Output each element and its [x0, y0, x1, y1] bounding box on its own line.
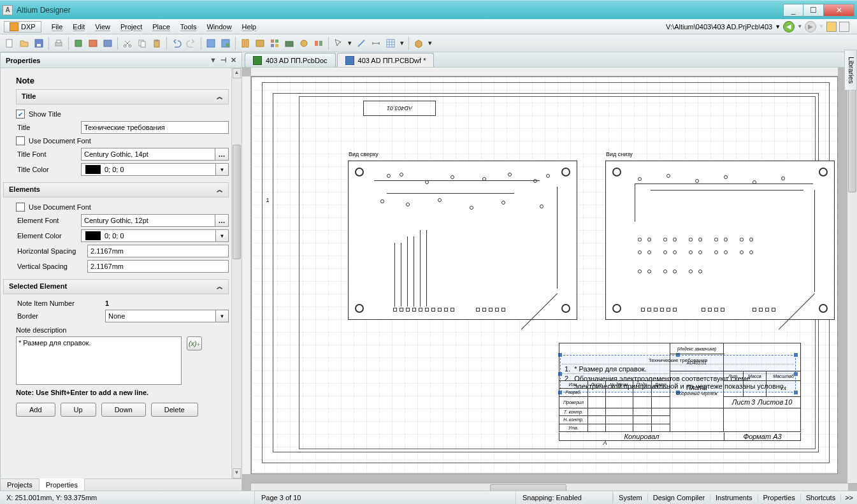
section-elements-header[interactable]: Elements︽: [3, 182, 229, 198]
el-font-button[interactable]: …: [215, 214, 229, 227]
panel-header[interactable]: Properties ▼ ⊣ ✕: [1, 53, 241, 68]
tb-g-icon[interactable]: [297, 36, 311, 50]
open-icon[interactable]: [17, 36, 31, 50]
print-icon[interactable]: [52, 36, 66, 50]
section-title-header[interactable]: Title︽: [16, 89, 229, 104]
delete-button[interactable]: Delete: [151, 403, 198, 417]
tb-d-icon[interactable]: [253, 36, 267, 50]
tb-f-icon[interactable]: [282, 36, 296, 50]
down-button[interactable]: Down: [101, 403, 146, 417]
box-dd-icon[interactable]: ▾: [426, 36, 434, 50]
app-icon: A: [3, 5, 13, 15]
hspacing-input[interactable]: [87, 245, 229, 257]
menu-window[interactable]: Window: [201, 21, 236, 32]
tb-box-icon[interactable]: [412, 36, 426, 50]
cursor-dd-icon[interactable]: ▾: [346, 36, 354, 50]
title-color-dd[interactable]: ▼: [216, 163, 229, 176]
sb-more[interactable]: >>: [840, 494, 857, 501]
title-color-label: Title Color: [16, 166, 81, 173]
libraries-side-tab[interactable]: Libraries: [844, 50, 857, 90]
svg-rect-0: [6, 40, 12, 47]
doc-tab-pcbdoc[interactable]: 403 AD ПП.PcbDoc: [245, 53, 336, 67]
show-title-checkbox[interactable]: ✔: [16, 110, 25, 119]
top-code-box: AD403.01: [363, 101, 436, 116]
project-path[interactable]: V:\Altium\0403\403 AD.PrjPcb\403: [666, 23, 772, 31]
sb-properties[interactable]: Properties: [758, 494, 800, 501]
favorites-icon[interactable]: [839, 22, 849, 32]
svg-rect-18: [256, 40, 264, 47]
panel-scrollbar[interactable]: ▲ ▼: [231, 68, 241, 479]
expression-button[interactable]: (x)+: [187, 336, 202, 350]
tb-dim-icon[interactable]: [369, 36, 383, 50]
tb-e-icon[interactable]: [268, 36, 282, 50]
desc-textarea[interactable]: [16, 336, 182, 385]
cut-icon[interactable]: [120, 36, 134, 50]
panel-close-icon[interactable]: ✕: [231, 56, 236, 64]
undo-icon[interactable]: [169, 36, 184, 50]
menu-place[interactable]: Place: [147, 21, 175, 32]
dxp-menu[interactable]: DXP: [4, 21, 41, 32]
v-scrollbar[interactable]: [847, 76, 857, 483]
drawing-canvas[interactable]: AD403.01 Вид сверху: [242, 68, 857, 493]
book2-icon[interactable]: [86, 36, 100, 50]
menu-help[interactable]: Help: [237, 21, 262, 32]
tb-grid-icon[interactable]: [384, 36, 398, 50]
menu-tools[interactable]: Tools: [175, 21, 202, 32]
svg-rect-6: [104, 40, 112, 47]
maximize-button[interactable]: ☐: [803, 4, 824, 17]
nav-back-button[interactable]: ◀: [783, 21, 795, 32]
close-button[interactable]: ✕: [824, 4, 854, 17]
svg-rect-17: [246, 40, 248, 47]
nav-fwd-button[interactable]: ▶: [805, 21, 816, 32]
border-value[interactable]: None: [105, 310, 216, 322]
sb-design-compiler[interactable]: Design Compiler: [647, 494, 710, 501]
paste-icon[interactable]: [150, 36, 164, 50]
book1-icon[interactable]: [71, 36, 85, 50]
menu-view[interactable]: View: [90, 21, 115, 32]
title-input[interactable]: [81, 121, 229, 134]
title-usedocfont-checkbox[interactable]: [16, 136, 25, 145]
home-icon[interactable]: [826, 22, 837, 32]
section-selected-header[interactable]: Selected Element︽: [3, 279, 229, 294]
sb-system[interactable]: System: [613, 494, 647, 501]
title-font-value: Century Gothic, 14pt: [81, 148, 215, 161]
tb-b-icon[interactable]: [219, 36, 233, 50]
add-button[interactable]: Add: [16, 403, 55, 417]
svg-rect-4: [57, 40, 61, 43]
title-color-value: 0; 0; 0: [81, 163, 216, 176]
border-dd[interactable]: ▼: [216, 310, 229, 322]
el-usedocfont-label: Use Document Font: [29, 203, 91, 211]
panel-scroll-thumb[interactable]: [233, 145, 241, 259]
menu-file[interactable]: File: [47, 21, 68, 32]
chevron-up-icon: ︽: [217, 92, 223, 101]
show-title-label: Show Title: [29, 110, 61, 118]
pcb-top-view: Вид сверху: [348, 161, 577, 320]
new-icon[interactable]: [3, 36, 17, 50]
tb-line-icon[interactable]: [354, 36, 368, 50]
title-font-button[interactable]: …: [215, 148, 229, 161]
grid-dd-icon[interactable]: ▾: [398, 36, 406, 50]
tb-a-icon[interactable]: [204, 36, 218, 50]
sb-instruments[interactable]: Instruments: [710, 494, 757, 501]
up-button[interactable]: Up: [61, 403, 96, 417]
tb-h-icon[interactable]: [312, 36, 326, 50]
copy-icon[interactable]: [135, 36, 149, 50]
doc-tab-pcbdwf[interactable]: 403 AD ПП.PCBDwf *: [337, 53, 435, 67]
el-usedocfont-checkbox[interactable]: [16, 203, 25, 212]
menu-project[interactable]: Project: [115, 21, 147, 32]
sb-shortcuts[interactable]: Shortcuts: [800, 494, 840, 501]
el-color-label: Element Color: [16, 232, 81, 240]
tb-cursor-icon[interactable]: [331, 36, 345, 50]
app-title: Altium Designer: [17, 6, 71, 15]
panel-menu-icon[interactable]: ▼: [210, 56, 217, 64]
tb-c-icon[interactable]: [238, 36, 252, 50]
book3-icon[interactable]: [101, 36, 115, 50]
menu-edit[interactable]: Edit: [68, 21, 90, 32]
panel-pin-icon[interactable]: ⊣: [220, 56, 227, 64]
redo-icon[interactable]: [184, 36, 198, 50]
properties-panel: Properties ▼ ⊣ ✕ Note Title︽ ✔ Show Titl…: [0, 52, 242, 493]
save-icon[interactable]: [32, 36, 46, 50]
minimize-button[interactable]: _: [783, 4, 803, 17]
el-color-dd[interactable]: ▼: [216, 229, 229, 242]
vspacing-input[interactable]: [87, 260, 229, 273]
